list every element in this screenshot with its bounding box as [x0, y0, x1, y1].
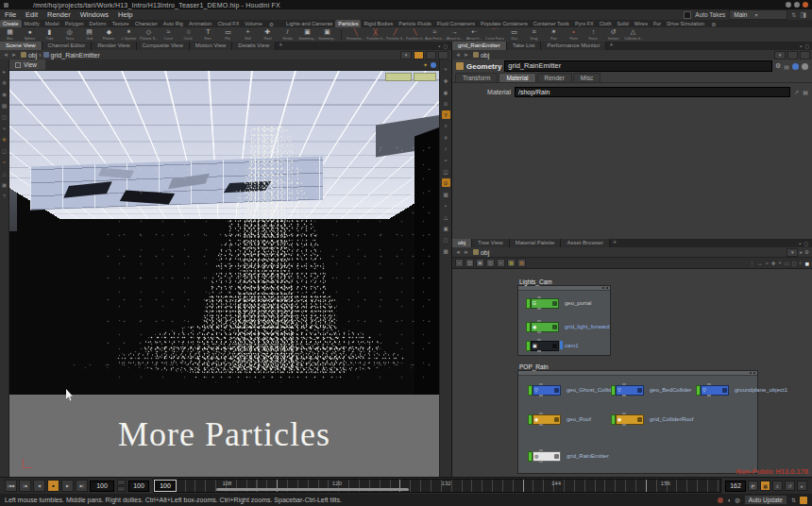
menu-item[interactable]: File	[0, 10, 21, 19]
new-tab-icon[interactable]: +	[610, 239, 619, 247]
viewport-tool-icon[interactable]: ⊙	[442, 99, 450, 108]
pane-maximize-icon[interactable]: ◻	[443, 43, 448, 49]
toolbar-icon[interactable]: ⌖	[3, 126, 6, 131]
viewport-tool-icon[interactable]: ▣	[442, 224, 450, 232]
shelf-tool[interactable]: ◇ Platonic S...	[139, 28, 159, 41]
param-tab[interactable]: Transform	[455, 73, 498, 82]
menu-item[interactable]: Edit	[21, 10, 42, 19]
view-tab[interactable]: View	[9, 59, 45, 70]
transport-button[interactable]: |◀◀	[5, 480, 17, 492]
maximize-button[interactable]	[794, 2, 800, 8]
minimize-button[interactable]	[786, 2, 791, 8]
shelf-tool[interactable]: ⇠ Attract fr...	[465, 28, 484, 41]
pane-maximize-icon[interactable]: ◻	[804, 43, 809, 49]
toolbar-icon[interactable]: ✥	[2, 80, 7, 86]
shelf-tool[interactable]: → Attract to...	[445, 28, 465, 41]
shelf-tool[interactable]: T Font	[198, 28, 218, 41]
shelf-tab[interactable]: Character	[132, 20, 161, 27]
snapshot-button[interactable]	[414, 51, 424, 59]
favorites-icon[interactable]: ✦	[423, 61, 428, 68]
node-body[interactable]: ▽	[616, 385, 644, 396]
network-tool-icon[interactable]: ◫	[486, 259, 495, 267]
menu-item[interactable]: Windows	[76, 10, 113, 19]
shelf-tab[interactable]: Modify	[22, 20, 42, 27]
param-tab[interactable]: Misc	[573, 73, 601, 82]
pane-minimize-icon[interactable]: ▪	[799, 241, 801, 246]
path-context[interactable]: obj	[481, 249, 489, 256]
shelf-tab[interactable]: Polygon	[62, 20, 87, 27]
network-view-icon[interactable]: ⌖	[778, 260, 781, 266]
network-node[interactable]: ◉ grid_ColliderRoof	[611, 414, 693, 424]
shelf-tool[interactable]: ▣ Geometry...	[317, 28, 337, 41]
shelf-tab[interactable]: Wires	[632, 20, 651, 27]
network-view-icon[interactable]: ⌕	[799, 260, 802, 266]
node-body[interactable]: ▣	[531, 341, 559, 351]
pane-minimize-icon[interactable]: ▪	[800, 43, 802, 49]
help-icon[interactable]	[792, 63, 799, 70]
viewport-tool-icon[interactable]: ⌗	[442, 122, 450, 130]
viewport-tool-icon[interactable]: ◻	[442, 235, 450, 244]
take-selector[interactable]: Main ▾	[729, 9, 787, 20]
viewport-tool-icon[interactable]: ◫	[442, 167, 450, 176]
network-view-icon[interactable]: ◼	[804, 261, 809, 266]
viewport-tool-icon[interactable]: ⌖	[442, 65, 450, 74]
range-start-field[interactable]: 100	[128, 481, 149, 492]
network-tool-icon[interactable]: ▣	[476, 259, 484, 267]
shelf-tab[interactable]: Texture	[110, 20, 132, 27]
shelf-gear-icon[interactable]: ⚙	[707, 21, 719, 27]
network-tool-icon[interactable]: ▫	[455, 259, 464, 267]
shelf-tab[interactable]: Particle Fluids	[396, 20, 434, 27]
viewport-tool-icon[interactable]: •	[442, 201, 450, 210]
shelf-tab[interactable]: Animation	[186, 20, 214, 27]
shelf-tool[interactable]: / Stroke	[278, 28, 297, 41]
toolbar-icon[interactable]: ◫	[2, 114, 8, 120]
shelf-tab[interactable]: Cloth	[597, 20, 615, 27]
pane-tab[interactable]: Scene View	[0, 42, 42, 50]
shelf-tab[interactable]: Particles	[335, 20, 361, 27]
shelf-tab[interactable]: Container Tools	[531, 20, 572, 27]
shelf-tool[interactable]: ▭ File	[218, 28, 238, 41]
shelf-tab[interactable]: Auto Rig	[161, 20, 186, 27]
toolbar-icon[interactable]: ◻	[2, 148, 7, 154]
shelf-tool[interactable]: ↺ Interact	[603, 28, 623, 41]
info-icon[interactable]	[802, 63, 808, 70]
playbar-option-icon[interactable]: ≡	[772, 481, 783, 491]
shelf-tool[interactable]: ○ Circle	[178, 28, 198, 41]
shelf-tab[interactable]: Deform	[87, 20, 110, 27]
network-node[interactable]: ◉ geo_Roof	[528, 414, 591, 424]
viewport-tool-icon[interactable]: ▦	[442, 246, 450, 255]
update-mode-selector[interactable]: Auto Update	[744, 495, 787, 505]
viewport-tool-icon[interactable]: ✥	[442, 76, 450, 85]
memory-icon[interactable]: ◖	[727, 497, 731, 503]
node-body[interactable]: ◉	[616, 414, 644, 425]
back-arrow-icon[interactable]: ◄	[3, 52, 8, 58]
shelf-tab[interactable]: Lights and Cameras	[283, 20, 335, 27]
auto-takes-checkbox[interactable]	[684, 11, 691, 19]
pane-tab[interactable]: Composite View	[137, 42, 190, 50]
node-body[interactable]: ▽	[701, 385, 729, 396]
node-chooser-icon[interactable]: ↗	[794, 89, 799, 95]
shelf-tab[interactable]: Cloud FX	[214, 20, 242, 27]
viewport-tool-icon[interactable]: Y	[442, 110, 450, 119]
shelf-tab[interactable]: Drive Simulation	[664, 20, 707, 27]
network-view-icon[interactable]: ✥	[771, 261, 776, 266]
shelf-tool[interactable]: ▭ Gas	[504, 28, 524, 41]
current-frame-field[interactable]: 100	[90, 481, 114, 492]
network-tool-icon[interactable]: ◻	[465, 259, 474, 267]
pane-tab[interactable]: Motion View	[190, 42, 233, 50]
pane-tab[interactable]: obj	[452, 239, 472, 247]
viewport-tool-icon[interactable]: /	[442, 144, 450, 153]
shelf-tool[interactable]: ≈ Curve	[159, 28, 178, 41]
shelf-tool[interactable]: ✶ L-System	[119, 28, 139, 41]
pane-tab[interactable]: Material Palette	[510, 239, 562, 247]
shelf-tool[interactable]: ≡ Drag	[524, 28, 544, 41]
pane-tab[interactable]: Tree View	[472, 239, 510, 247]
path-option-button[interactable]	[800, 51, 810, 59]
playbar-option-icon[interactable]: ↺	[785, 481, 795, 491]
transport-button[interactable]: ▶	[61, 480, 74, 492]
network-node[interactable]: ▽ groundplane_object1	[696, 385, 787, 395]
shelf-tool[interactable]: ✶ Fan	[544, 28, 564, 41]
shelf-tool[interactable]: + Null	[238, 28, 258, 41]
toolbar-icon[interactable]: ≈	[3, 160, 6, 165]
viewport-tool-icon[interactable]: ≈	[442, 156, 450, 164]
